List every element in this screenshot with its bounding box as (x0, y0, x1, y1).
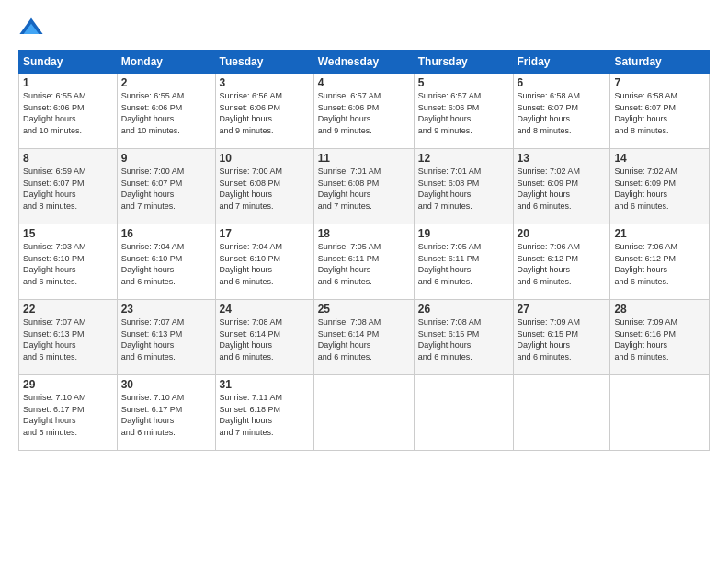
day-number: 28 (614, 303, 705, 316)
table-row: 12 Sunrise: 7:01 AM Sunset: 6:08 PM Dayl… (414, 149, 513, 224)
day-number: 18 (318, 227, 410, 240)
day-info: Sunrise: 7:08 AM Sunset: 6:14 PM Dayligh… (318, 316, 410, 362)
day-number: 22 (23, 303, 113, 316)
day-number: 5 (418, 76, 509, 89)
table-row: 13 Sunrise: 7:02 AM Sunset: 6:09 PM Dayl… (513, 149, 610, 224)
day-number: 9 (121, 152, 211, 165)
day-number: 24 (220, 303, 310, 316)
calendar: Sunday Monday Tuesday Wednesday Thursday… (18, 50, 710, 451)
day-number: 17 (220, 227, 310, 240)
day-info: Sunrise: 7:02 AM Sunset: 6:09 PM Dayligh… (614, 166, 705, 212)
table-row (313, 375, 414, 451)
day-info: Sunrise: 7:05 AM Sunset: 6:11 PM Dayligh… (418, 241, 509, 287)
day-number: 26 (418, 303, 509, 316)
logo (18, 15, 48, 40)
table-row: 4 Sunrise: 6:57 AM Sunset: 6:06 PM Dayli… (313, 74, 414, 149)
day-number: 15 (23, 227, 113, 240)
day-info: Sunrise: 7:08 AM Sunset: 6:15 PM Dayligh… (418, 316, 509, 362)
day-info: Sunrise: 7:01 AM Sunset: 6:08 PM Dayligh… (318, 166, 410, 212)
day-number: 25 (318, 303, 410, 316)
table-row: 17 Sunrise: 7:04 AM Sunset: 6:10 PM Dayl… (215, 224, 313, 300)
day-info: Sunrise: 6:57 AM Sunset: 6:06 PM Dayligh… (318, 90, 410, 136)
day-number: 2 (121, 76, 211, 89)
day-info: Sunrise: 6:57 AM Sunset: 6:06 PM Dayligh… (418, 90, 509, 136)
day-number: 19 (418, 227, 509, 240)
day-info: Sunrise: 7:11 AM Sunset: 6:18 PM Dayligh… (220, 392, 310, 438)
table-row: 23 Sunrise: 7:07 AM Sunset: 6:13 PM Dayl… (117, 300, 215, 375)
col-thursday: Thursday (414, 51, 513, 74)
day-info: Sunrise: 7:06 AM Sunset: 6:12 PM Dayligh… (614, 241, 705, 287)
day-info: Sunrise: 7:03 AM Sunset: 6:10 PM Dayligh… (23, 241, 113, 287)
table-row: 25 Sunrise: 7:08 AM Sunset: 6:14 PM Dayl… (313, 300, 414, 375)
calendar-week-row: 8 Sunrise: 6:59 AM Sunset: 6:07 PM Dayli… (19, 149, 710, 224)
day-number: 3 (220, 76, 310, 89)
col-saturday: Saturday (610, 51, 710, 74)
table-row: 6 Sunrise: 6:58 AM Sunset: 6:07 PM Dayli… (513, 74, 610, 149)
logo-icon (18, 15, 44, 40)
day-info: Sunrise: 7:07 AM Sunset: 6:13 PM Dayligh… (121, 316, 211, 362)
day-info: Sunrise: 7:10 AM Sunset: 6:17 PM Dayligh… (121, 392, 211, 438)
day-number: 12 (418, 152, 509, 165)
table-row: 5 Sunrise: 6:57 AM Sunset: 6:06 PM Dayli… (414, 74, 513, 149)
col-tuesday: Tuesday (215, 51, 313, 74)
calendar-week-row: 22 Sunrise: 7:07 AM Sunset: 6:13 PM Dayl… (19, 300, 710, 375)
day-info: Sunrise: 7:02 AM Sunset: 6:09 PM Dayligh… (518, 166, 607, 212)
table-row: 26 Sunrise: 7:08 AM Sunset: 6:15 PM Dayl… (414, 300, 513, 375)
day-info: Sunrise: 7:06 AM Sunset: 6:12 PM Dayligh… (518, 241, 607, 287)
day-info: Sunrise: 6:58 AM Sunset: 6:07 PM Dayligh… (614, 90, 705, 136)
table-row: 29 Sunrise: 7:10 AM Sunset: 6:17 PM Dayl… (19, 375, 118, 451)
table-row: 11 Sunrise: 7:01 AM Sunset: 6:08 PM Dayl… (313, 149, 414, 224)
day-info: Sunrise: 7:04 AM Sunset: 6:10 PM Dayligh… (121, 241, 211, 287)
table-row: 10 Sunrise: 7:00 AM Sunset: 6:08 PM Dayl… (215, 149, 313, 224)
day-number: 16 (121, 227, 211, 240)
page: Sunday Monday Tuesday Wednesday Thursday… (0, 0, 728, 563)
calendar-header-row: Sunday Monday Tuesday Wednesday Thursday… (19, 51, 710, 74)
day-number: 23 (121, 303, 211, 316)
table-row: 21 Sunrise: 7:06 AM Sunset: 6:12 PM Dayl… (610, 224, 710, 300)
day-info: Sunrise: 7:04 AM Sunset: 6:10 PM Dayligh… (220, 241, 310, 287)
day-number: 20 (518, 227, 607, 240)
table-row: 2 Sunrise: 6:55 AM Sunset: 6:06 PM Dayli… (117, 74, 215, 149)
day-info: Sunrise: 7:10 AM Sunset: 6:17 PM Dayligh… (23, 392, 113, 438)
calendar-week-row: 15 Sunrise: 7:03 AM Sunset: 6:10 PM Dayl… (19, 224, 710, 300)
table-row: 16 Sunrise: 7:04 AM Sunset: 6:10 PM Dayl… (117, 224, 215, 300)
day-info: Sunrise: 6:55 AM Sunset: 6:06 PM Dayligh… (23, 90, 113, 136)
col-sunday: Sunday (19, 51, 118, 74)
day-info: Sunrise: 7:00 AM Sunset: 6:07 PM Dayligh… (121, 166, 211, 212)
day-number: 6 (518, 76, 607, 89)
table-row: 28 Sunrise: 7:09 AM Sunset: 6:16 PM Dayl… (610, 300, 710, 375)
day-info: Sunrise: 6:55 AM Sunset: 6:06 PM Dayligh… (121, 90, 211, 136)
header (18, 15, 710, 40)
table-row: 7 Sunrise: 6:58 AM Sunset: 6:07 PM Dayli… (610, 74, 710, 149)
calendar-week-row: 29 Sunrise: 7:10 AM Sunset: 6:17 PM Dayl… (19, 375, 710, 451)
day-info: Sunrise: 7:09 AM Sunset: 6:16 PM Dayligh… (614, 316, 705, 362)
day-info: Sunrise: 7:01 AM Sunset: 6:08 PM Dayligh… (418, 166, 509, 212)
day-info: Sunrise: 7:07 AM Sunset: 6:13 PM Dayligh… (23, 316, 113, 362)
day-number: 27 (518, 303, 607, 316)
table-row: 1 Sunrise: 6:55 AM Sunset: 6:06 PM Dayli… (19, 74, 118, 149)
day-number: 13 (518, 152, 607, 165)
table-row: 24 Sunrise: 7:08 AM Sunset: 6:14 PM Dayl… (215, 300, 313, 375)
table-row (610, 375, 710, 451)
day-number: 8 (23, 152, 113, 165)
table-row (414, 375, 513, 451)
calendar-week-row: 1 Sunrise: 6:55 AM Sunset: 6:06 PM Dayli… (19, 74, 710, 149)
table-row: 22 Sunrise: 7:07 AM Sunset: 6:13 PM Dayl… (19, 300, 118, 375)
table-row: 20 Sunrise: 7:06 AM Sunset: 6:12 PM Dayl… (513, 224, 610, 300)
day-info: Sunrise: 7:09 AM Sunset: 6:15 PM Dayligh… (518, 316, 607, 362)
day-number: 1 (23, 76, 113, 89)
table-row (513, 375, 610, 451)
day-number: 29 (23, 378, 113, 391)
day-info: Sunrise: 6:56 AM Sunset: 6:06 PM Dayligh… (220, 90, 310, 136)
table-row: 8 Sunrise: 6:59 AM Sunset: 6:07 PM Dayli… (19, 149, 118, 224)
day-info: Sunrise: 6:58 AM Sunset: 6:07 PM Dayligh… (518, 90, 607, 136)
col-wednesday: Wednesday (313, 51, 414, 74)
day-number: 4 (318, 76, 410, 89)
day-number: 31 (220, 378, 310, 391)
col-monday: Monday (117, 51, 215, 74)
table-row: 31 Sunrise: 7:11 AM Sunset: 6:18 PM Dayl… (215, 375, 313, 451)
table-row: 14 Sunrise: 7:02 AM Sunset: 6:09 PM Dayl… (610, 149, 710, 224)
table-row: 19 Sunrise: 7:05 AM Sunset: 6:11 PM Dayl… (414, 224, 513, 300)
table-row: 30 Sunrise: 7:10 AM Sunset: 6:17 PM Dayl… (117, 375, 215, 451)
day-info: Sunrise: 6:59 AM Sunset: 6:07 PM Dayligh… (23, 166, 113, 212)
